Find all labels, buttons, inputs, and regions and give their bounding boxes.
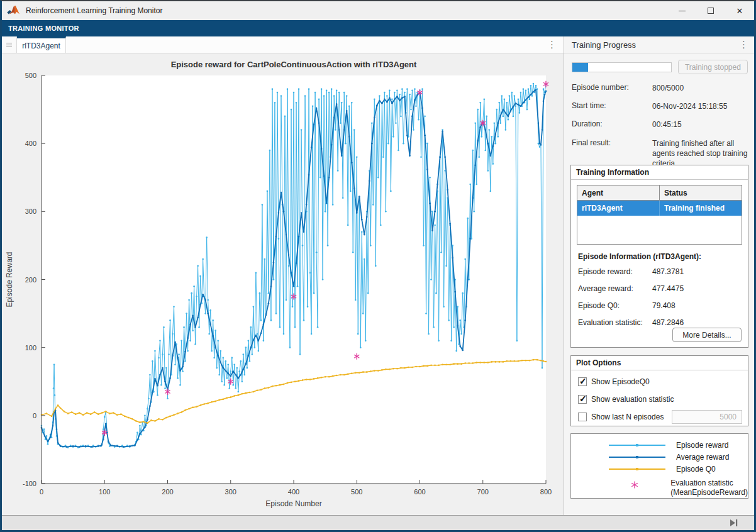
final-result-row: Final result: Training finished after al…	[572, 138, 748, 169]
svg-text:600: 600	[414, 488, 425, 496]
toolstrip-ribbon: TRAINING MONITOR	[2, 20, 754, 36]
svg-text:Episode Number: Episode Number	[265, 499, 321, 508]
minimize-icon	[679, 11, 686, 11]
svg-text:400: 400	[288, 488, 299, 496]
legend-item-average-reward: Average reward	[571, 451, 748, 463]
legend-item-episode-q0: Episode Q0	[571, 463, 748, 475]
episode-number-row: Episode number: 800/5000	[572, 83, 748, 93]
legend-item-evaluation-statistic: Evaluation statistic (MeanEpisodeReward)	[571, 479, 748, 497]
svg-text:200: 200	[25, 276, 36, 284]
training-figure: 0100200300400500600700800-10001002003004…	[2, 53, 564, 515]
episode-reward-row: Episode reward: 487.3781	[578, 267, 742, 276]
evaluation-statistic-value: 487.2846	[652, 318, 742, 327]
episode-number-label: Episode number:	[572, 83, 652, 93]
average-reward-row: Average reward: 477.4475	[578, 284, 742, 293]
svg-text:300: 300	[25, 208, 36, 215]
episode-reward-line-swatch	[609, 445, 665, 446]
panel-actions-kebab-icon[interactable]	[739, 40, 748, 50]
svg-text:0: 0	[40, 488, 43, 496]
training-progress-panel: Training Progress Training stopped Episo…	[564, 36, 754, 515]
svg-text:800: 800	[540, 488, 552, 496]
start-time-value: 06-Nov-2024 15:18:55	[652, 101, 748, 111]
document-pane: rlTD3Agent 0100200300400500600700800-100…	[2, 36, 564, 515]
table-row-rltd3agent[interactable]: rlTD3Agent Training finished	[577, 201, 742, 216]
status-strip	[2, 515, 754, 530]
episode-number-value: 800/5000	[652, 83, 748, 93]
evaluation-statistic-star-icon	[606, 479, 663, 489]
tab-label: rlTD3Agent	[22, 42, 60, 50]
last-n-episodes-input[interactable]	[672, 410, 742, 424]
show-last-n-episodes-checkbox[interactable]	[578, 413, 587, 421]
legend-item-episode-reward: Episode reward	[571, 439, 748, 451]
legend-label: Average reward	[676, 453, 730, 462]
start-time-label: Start time:	[572, 101, 652, 111]
episode-q0-line-swatch	[609, 468, 665, 470]
show-evaluation-statistic-label: Show evaluation statistic	[591, 395, 674, 404]
show-episodeq0-label: Show EpisodeQ0	[591, 377, 650, 386]
episode-q0-row: Episode Q0: 79.408	[578, 301, 742, 310]
document-actions-kebab-icon[interactable]	[547, 40, 556, 50]
episode-q0-label: Episode Q0:	[578, 301, 652, 310]
duration-label: Duration:	[572, 119, 652, 130]
status-cell: Training finished	[660, 201, 742, 216]
close-button[interactable]	[725, 1, 754, 20]
svg-text:500: 500	[25, 72, 36, 79]
panel-title: Training Progress	[572, 40, 636, 50]
table-header-row: Agent Status	[577, 186, 742, 201]
evaluation-statistic-label: Evaluation statistic:	[578, 318, 652, 327]
episode-information-title: Episode Information (rlTD3Agent):	[571, 245, 748, 261]
ribbon-tab-training-monitor[interactable]: TRAINING MONITOR	[2, 25, 86, 32]
app-window: Reinforcement Learning Training Monitor …	[0, 0, 756, 532]
minimize-button[interactable]	[667, 1, 696, 20]
svg-text:-100: -100	[23, 480, 36, 487]
show-evaluation-statistic-checkbox[interactable]	[578, 395, 587, 404]
average-reward-label: Average reward:	[578, 284, 652, 293]
svg-text:200: 200	[162, 488, 173, 496]
reward-chart: 0100200300400500600700800-10001002003004…	[2, 53, 564, 518]
duration-value: 00:45:15	[652, 119, 748, 130]
episode-reward-value: 487.3781	[652, 267, 742, 276]
show-last-n-episodes-option: Show last N episodes	[571, 406, 748, 423]
tab-rltd3agent[interactable]: rlTD3Agent	[17, 36, 66, 53]
svg-text:300: 300	[225, 488, 236, 496]
training-progress-bar	[572, 62, 672, 72]
chart-legend: Episode reward Average reward Episode Q0	[570, 433, 748, 499]
plot-options-title: Plot Options	[571, 356, 748, 370]
expand-panel-icon[interactable]	[729, 519, 739, 527]
average-reward-value: 477.4475	[652, 284, 742, 293]
svg-text:700: 700	[477, 488, 489, 496]
maximize-icon	[708, 8, 714, 14]
show-last-n-episodes-label: Show last N episodes	[591, 413, 664, 421]
svg-text:100: 100	[99, 488, 110, 496]
duration-row: Duration: 00:45:15	[572, 119, 748, 130]
show-episodeq0-checkbox[interactable]	[578, 377, 587, 386]
more-details-button[interactable]: More Details...	[672, 328, 742, 342]
status-column-header[interactable]: Status	[660, 186, 742, 200]
agent-status-table: Agent Status rlTD3Agent Training finishe…	[577, 185, 742, 245]
progress-fill	[572, 63, 588, 72]
svg-text:500: 500	[351, 488, 362, 496]
training-stopped-button[interactable]: Training stopped	[678, 60, 748, 74]
close-icon	[737, 6, 743, 16]
training-information-title: Training Information	[571, 165, 748, 180]
legend-label: Evaluation statistic (MeanEpisodeReward)	[670, 479, 748, 497]
show-evaluation-statistic-option: Show evaluation statistic	[571, 388, 748, 406]
window-title: Reinforcement Learning Training Monitor	[26, 6, 162, 15]
svg-text:Episode Reward: Episode Reward	[5, 252, 14, 307]
episode-q0-value: 79.408	[652, 301, 742, 310]
svg-text:0: 0	[33, 412, 36, 419]
document-tab-bar: rlTD3Agent	[2, 36, 564, 53]
tab-grip-icon[interactable]	[2, 36, 17, 53]
average-reward-line-swatch	[609, 457, 665, 458]
episode-reward-label: Episode reward:	[578, 267, 652, 276]
agent-cell: rlTD3Agent	[577, 201, 660, 216]
agent-column-header[interactable]: Agent	[577, 186, 660, 200]
final-result-value: Training finished after all agents reach…	[652, 138, 748, 169]
training-information-section: Training Information Agent Status rlTD3A…	[570, 165, 748, 348]
evaluation-statistic-row: Evaluation statistic: 487.2846	[578, 318, 742, 327]
legend-label: Episode Q0	[676, 465, 716, 474]
maximize-button[interactable]	[696, 1, 725, 20]
final-result-label: Final result:	[572, 138, 652, 169]
legend-label: Episode reward	[676, 441, 728, 450]
show-episodeq0-option: Show EpisodeQ0	[571, 370, 748, 388]
